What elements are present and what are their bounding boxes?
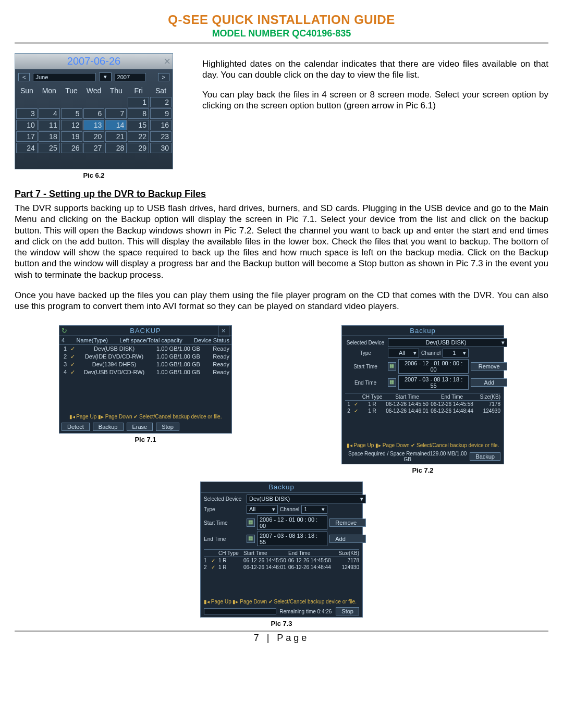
col-header: CH Type xyxy=(360,394,385,400)
type-select[interactable]: All ▾ xyxy=(388,349,419,357)
start-time[interactable]: 2006 - 12 - 01 00 : 00 : 00 xyxy=(398,359,469,374)
check-icon[interactable]: ✓ xyxy=(211,564,218,570)
calendar-day[interactable]: 13 xyxy=(83,120,105,130)
calendar-day[interactable]: 9 xyxy=(150,108,172,119)
calendar-day[interactable]: 22 xyxy=(128,131,149,142)
calendar-day[interactable]: 27 xyxy=(83,143,105,153)
file-row[interactable]: 1✓1 R06-12-26 14:45:5006-12-26 14:45:587… xyxy=(204,557,359,564)
year-select[interactable]: 2007 xyxy=(115,73,146,81)
calendar-day[interactable]: 26 xyxy=(61,143,82,153)
row-num: 4 xyxy=(62,369,69,376)
close-icon[interactable]: × xyxy=(218,326,229,337)
check-icon[interactable]: ✓ xyxy=(69,369,76,376)
detect-button[interactable]: Detect xyxy=(62,423,90,431)
calendar-day[interactable]: 1 xyxy=(128,97,149,107)
col-count: 4 xyxy=(62,337,65,343)
calendar-icon[interactable]: ▦ xyxy=(247,519,255,527)
add-button[interactable]: Add xyxy=(471,378,507,387)
calendar-day[interactable]: 16 xyxy=(150,120,172,130)
calendar-day[interactable]: 8 xyxy=(128,108,149,119)
calendar-icon[interactable]: ▦ xyxy=(247,535,255,543)
stop-button[interactable]: Stop xyxy=(336,607,359,615)
pic-7-2-caption: Pic 7.2 xyxy=(341,466,504,474)
calendar-day[interactable]: 30 xyxy=(150,143,172,153)
file-row[interactable]: 2✓1 R06-12-26 14:46:0106-12-26 14:48:441… xyxy=(345,408,500,414)
prev-month-button[interactable]: < xyxy=(18,73,30,81)
calendar-icon[interactable]: ▦ xyxy=(388,378,396,387)
type-select[interactable]: All ▾ xyxy=(247,505,278,514)
body-paragraph-1: The DVR supports backing up to USB flash… xyxy=(15,203,548,280)
close-icon[interactable]: × xyxy=(164,55,170,68)
device-status: Ready xyxy=(204,346,229,352)
calendar-day[interactable]: 2 xyxy=(150,97,172,107)
calendar-day[interactable]: 28 xyxy=(105,143,127,153)
label-end: End Time xyxy=(204,536,244,542)
check-icon[interactable]: ✓ xyxy=(352,408,360,414)
channel-select[interactable]: 1 ▾ xyxy=(443,349,469,357)
calendar-day[interactable]: 7 xyxy=(105,108,127,119)
start-time[interactable]: 2006 - 12 - 01 00 : 00 : 00 xyxy=(257,515,327,530)
device-row[interactable]: 2✓Dev(IDE DVD/CD-RW)1.00 GB/1.00 GBReady xyxy=(62,353,229,361)
calendar-day[interactable]: 15 xyxy=(128,120,149,130)
dow: Sun xyxy=(16,85,38,96)
label-end: End Time xyxy=(345,380,386,386)
device-capacity: 1.00 GB/1.00 GB xyxy=(152,346,204,352)
month-select[interactable]: June xyxy=(33,73,95,81)
selected-device[interactable]: Dev(USB DISK) ▾ xyxy=(247,495,366,503)
calendar-day[interactable]: 20 xyxy=(83,131,105,142)
selected-device[interactable]: Dev(USB DISK) ▾ xyxy=(388,338,507,347)
calendar-day[interactable]: 10 xyxy=(16,120,38,130)
file-start: 06-12-26 14:45:50 xyxy=(243,558,288,563)
file-row[interactable]: 1✓1 R06-12-26 14:45:5006-12-26 14:45:587… xyxy=(345,401,500,408)
calendar-day[interactable]: 25 xyxy=(39,143,60,153)
pic-6-2-caption: Pic 6.2 xyxy=(15,171,173,179)
body-paragraph-2: Once you have backed up the files you ca… xyxy=(15,290,548,312)
next-month-button[interactable]: > xyxy=(158,73,169,81)
device-row[interactable]: 3✓Dev(1394 DHFS)1.00 GB/1.00 GBReady xyxy=(62,361,229,368)
refresh-icon[interactable]: ↻ xyxy=(62,327,68,335)
calendar-icon[interactable]: ▦ xyxy=(388,362,396,371)
backup-button[interactable]: Backup xyxy=(93,423,124,431)
check-icon[interactable]: ✓ xyxy=(69,361,76,368)
check-icon[interactable]: ✓ xyxy=(69,346,76,352)
end-time[interactable]: 2007 - 03 - 08 13 : 18 : 55 xyxy=(398,375,469,390)
ch-type: 1 R xyxy=(218,558,243,563)
calendar-day[interactable]: 17 xyxy=(16,131,38,142)
calendar-day[interactable]: 24 xyxy=(16,143,38,153)
pic-7-1-caption: Pic 7.1 xyxy=(59,436,232,443)
calendar-day[interactable]: 23 xyxy=(150,131,172,142)
file-size: 7178 xyxy=(333,558,359,563)
calendar-day[interactable]: 3 xyxy=(16,108,38,119)
calendar-day[interactable]: 12 xyxy=(61,120,82,130)
calendar-day[interactable]: 21 xyxy=(105,131,127,142)
file-row[interactable]: 2✓1 R06-12-26 14:46:0106-12-26 14:48:441… xyxy=(204,564,359,571)
erase-button[interactable]: Erase xyxy=(127,423,153,431)
device-row[interactable]: 1✓Dev(USB DISK)1.00 GB/1.00 GBReady xyxy=(62,345,229,353)
col-header: Size(KB) xyxy=(474,394,500,400)
calendar-day[interactable]: 5 xyxy=(61,108,82,119)
check-icon[interactable]: ✓ xyxy=(352,401,360,407)
device-capacity: 1.00 GB/1.00 GB xyxy=(152,369,204,376)
stop-button[interactable]: Stop xyxy=(156,423,179,431)
check-icon[interactable]: ✓ xyxy=(69,353,76,360)
add-button[interactable]: Add xyxy=(329,535,366,543)
label-selected-device: Selected Device xyxy=(204,496,244,502)
remove-button[interactable]: Remove xyxy=(329,519,366,527)
calendar-day[interactable]: 29 xyxy=(128,143,149,153)
calendar-day[interactable]: 11 xyxy=(39,120,60,130)
file-start: 06-12-26 14:45:50 xyxy=(385,401,430,407)
month-dropdown-icon[interactable]: ▾ xyxy=(99,72,112,81)
backup-button[interactable]: Backup xyxy=(470,452,500,461)
calendar-day[interactable]: 6 xyxy=(83,108,105,119)
end-time[interactable]: 2007 - 03 - 08 13 : 18 : 55 xyxy=(257,532,327,546)
calendar-day[interactable]: 4 xyxy=(39,108,60,119)
remove-button[interactable]: Remove xyxy=(471,362,507,371)
calendar-day[interactable]: 19 xyxy=(61,131,82,142)
file-start: 06-12-26 14:46:01 xyxy=(243,564,288,570)
device-row[interactable]: 4✓Dev(USB DVD/CD-RW)1.00 GB/1.00 GBReady xyxy=(62,368,229,376)
col-header: End Time xyxy=(430,394,474,400)
calendar-day[interactable]: 14 xyxy=(105,120,127,130)
calendar-day[interactable]: 18 xyxy=(39,131,60,142)
check-icon[interactable]: ✓ xyxy=(211,558,218,563)
channel-select[interactable]: 1 ▾ xyxy=(301,505,327,514)
